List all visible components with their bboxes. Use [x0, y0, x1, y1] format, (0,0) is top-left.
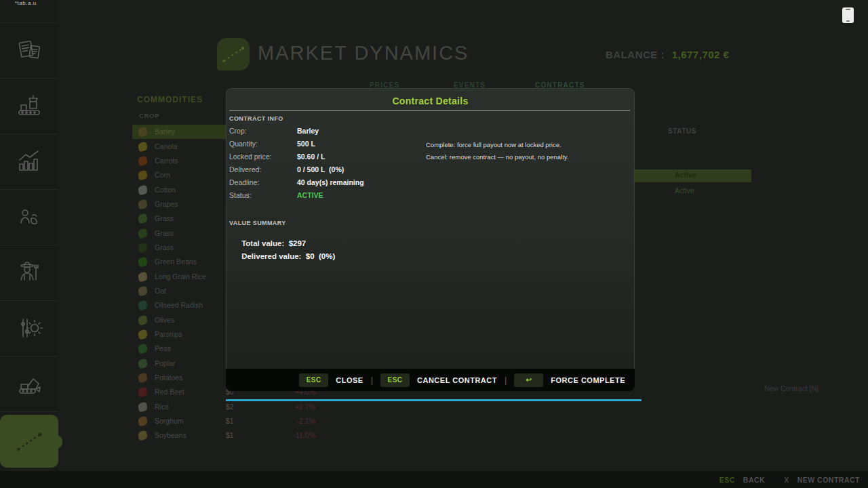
esc-key-badge: ESC [299, 373, 328, 387]
sales-icon [14, 202, 44, 232]
crop-icon [138, 373, 148, 383]
field-value: Barley [297, 127, 319, 135]
crop-icon [138, 358, 148, 368]
commodity-name: Corn [155, 171, 170, 179]
commodities-title: COMMODITIES [137, 95, 203, 104]
crop-icon [138, 199, 148, 209]
delivered-value-label: Delivered value: [241, 252, 301, 260]
field-value: $0.60 / L [297, 152, 325, 161]
sidebar-divider [0, 78, 58, 79]
sidebar-active-tab-notch [52, 435, 62, 449]
commodity-name: Peas [155, 344, 171, 352]
documents-icon [14, 35, 44, 65]
commodity-name: Grass [155, 229, 174, 237]
contract-field-row: Crop: Barley [226, 127, 634, 136]
commodity-name: Oilseed Radish [155, 301, 203, 309]
crop-icon [138, 214, 148, 224]
crop-icon [138, 430, 148, 441]
commodity-row[interactable]: Sorghum $1 -2.1% [132, 414, 326, 428]
crop-icon [138, 401, 148, 411]
commodity-name: Grass [155, 214, 174, 222]
crop-icon [138, 228, 148, 238]
sidebar-tab-settings[interactable] [0, 309, 58, 347]
cancel-contract-button[interactable]: CANCEL CONTRACT [417, 376, 497, 384]
sidebar-tab-construction[interactable] [0, 365, 58, 403]
debug-watermark-text: *tab.a.u [15, 0, 37, 6]
commodity-price: $1 [226, 431, 234, 439]
selection-underline [226, 399, 642, 401]
commodity-name: Parsnips [155, 330, 182, 338]
delivered-value-row: Delivered value: $0 (0%) [229, 244, 335, 268]
field-label: Deadline: [229, 178, 259, 186]
sidebar-divider [0, 300, 58, 301]
farmer-icon [14, 258, 44, 287]
commodity-row[interactable]: Soybeans $1 -11.0% [132, 428, 326, 443]
esc-key-hint: ESC [719, 476, 735, 484]
commodity-name: Grass [155, 243, 174, 251]
force-complete-key-icon: ↩ [514, 373, 543, 387]
screen: *tab.a.u MARKET DYNAMICS BALANCE : 1,677… [0, 0, 868, 488]
sidebar-tab-sales[interactable] [0, 198, 58, 236]
bottom-hint-bar: ESC BACK X NEW CONTRACT [0, 471, 868, 488]
crop-column-header: CROP [139, 112, 159, 119]
market-dynamics-logo [217, 38, 250, 70]
dialog-title-divider [229, 110, 630, 111]
settings-icon [14, 313, 44, 343]
contract-field-row: Delivered: 0 / 500 L (0%) [226, 165, 634, 175]
field-label: Locked price: [229, 152, 271, 161]
balance-value: 1,677,702 € [672, 49, 730, 60]
crop-icon [138, 300, 148, 310]
crop-icon [138, 243, 148, 253]
phone-icon[interactable] [842, 7, 854, 23]
back-button[interactable]: BACK [743, 476, 765, 484]
page-title: MARKET DYNAMICS [258, 42, 469, 64]
commodity-name: Carrots [155, 157, 178, 165]
crop-icon [138, 141, 148, 151]
construction-icon [14, 369, 44, 399]
crop-icon [138, 156, 148, 166]
commodity-name: Potatoes [155, 373, 182, 382]
footer-separator: | [371, 375, 373, 385]
crop-icon [138, 416, 148, 426]
force-complete-button[interactable]: FORCE COMPLETE [551, 376, 625, 384]
sidebar-tab-farmer[interactable] [0, 253, 58, 291]
crop-icon [138, 344, 148, 354]
close-button[interactable]: CLOSE [336, 376, 363, 384]
field-label: Delivered: [229, 165, 261, 174]
commodity-price: $2 [226, 403, 234, 411]
new-contract-button[interactable]: NEW CONTRACT [797, 476, 860, 484]
statistics-icon [14, 146, 44, 176]
sidebar-tab-market-dynamics-active[interactable] [0, 415, 58, 468]
commodity-name: Olives [155, 316, 174, 324]
field-label: Quantity: [229, 140, 258, 148]
commodity-change: -11.0% [280, 431, 315, 439]
crop-icon [138, 184, 148, 195]
contract-status-badge: Active [675, 171, 696, 179]
sidebar-tab-documents[interactable] [0, 31, 58, 69]
crop-icon [138, 314, 148, 325]
commodity-change: +2.7% [280, 403, 315, 411]
commodity-name: Sorghum [155, 417, 184, 425]
commodity-row[interactable]: Rice $2 +2.7% [132, 400, 326, 414]
balance-label: BALANCE : [606, 49, 665, 60]
contract-info-section-title: CONTRACT INFO [229, 115, 283, 122]
sidebar-tab-production[interactable] [0, 87, 58, 125]
commodity-name: Green Beans [155, 258, 197, 266]
crop-icon [138, 387, 148, 397]
commodity-change: -2.1% [280, 417, 315, 425]
sidebar-divider [0, 22, 58, 23]
sidebar-tab-statistics[interactable] [0, 142, 58, 180]
sidebar-divider [0, 245, 58, 245]
market-dynamics-icon [10, 422, 48, 460]
commodity-name: Poplar [155, 359, 175, 367]
contract-details-dialog: Contract Details CONTRACT INFO Crop: Bar… [226, 88, 635, 369]
field-value: 40 day(s) remaining [297, 178, 364, 186]
contract-status-badge: Active [675, 186, 694, 195]
commodity-name: Long Grain Rice [155, 272, 206, 281]
sidebar-divider [0, 356, 58, 357]
contract-help-text: Cancel: remove contract — no payout, no … [426, 153, 569, 161]
crop-icon [138, 170, 148, 180]
contract-help-text: Complete: force full payout now at locke… [426, 141, 561, 148]
crop-icon [138, 286, 148, 296]
crop-icon [138, 257, 148, 267]
